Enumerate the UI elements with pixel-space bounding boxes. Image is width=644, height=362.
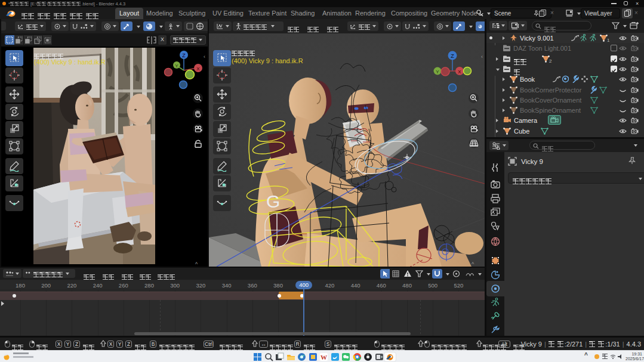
svg-text:W: W bbox=[321, 353, 327, 360]
svg-text:G: G bbox=[266, 191, 280, 211]
svg-text:Y: Y bbox=[175, 63, 178, 69]
svg-text:X: X bbox=[196, 66, 200, 72]
svg-text:X: X bbox=[458, 69, 461, 75]
svg-text:Y: Y bbox=[436, 69, 439, 75]
svg-text:Z: Z bbox=[182, 52, 186, 58]
svg-text:Z: Z bbox=[451, 53, 454, 59]
